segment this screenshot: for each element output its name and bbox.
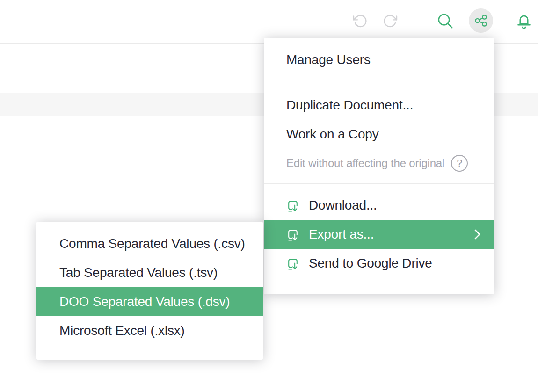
notifications-button[interactable] bbox=[515, 12, 533, 30]
menu-item-label: Send to Google Drive bbox=[309, 256, 432, 271]
submenu-item-label: Comma Separated Values (.csv) bbox=[59, 236, 245, 251]
undo-button[interactable] bbox=[353, 14, 368, 29]
menu-item-label: Duplicate Document... bbox=[286, 98, 413, 113]
export-submenu: Comma Separated Values (.csv) Tab Separa… bbox=[36, 222, 263, 360]
app-window: Manage Users Duplicate Document... Work … bbox=[0, 0, 538, 392]
submenu-item-label: DOO Separated Values (.dsv) bbox=[59, 294, 230, 309]
download-icon bbox=[286, 228, 300, 241]
submenu-item-xlsx[interactable]: Microsoft Excel (.xlsx) bbox=[36, 316, 263, 345]
menu-item-label: Edit without affecting the original bbox=[286, 157, 444, 170]
submenu-item-tsv[interactable]: Tab Separated Values (.tsv) bbox=[36, 258, 263, 287]
search-icon bbox=[436, 12, 454, 30]
menu-item-send-to-google-drive[interactable]: Send to Google Drive bbox=[264, 249, 494, 278]
submenu-item-dsv[interactable]: DOO Separated Values (.dsv) bbox=[36, 287, 263, 316]
share-menu: Manage Users Duplicate Document... Work … bbox=[264, 38, 494, 294]
menu-item-label: Manage Users bbox=[286, 52, 371, 67]
menu-item-manage-users[interactable]: Manage Users bbox=[264, 45, 494, 74]
chevron-right-icon bbox=[474, 229, 480, 240]
submenu-item-label: Tab Separated Values (.tsv) bbox=[59, 265, 218, 280]
menu-item-edit-without-affecting-original: Edit without affecting the original ? bbox=[264, 149, 494, 178]
submenu-item-label: Microsoft Excel (.xlsx) bbox=[59, 323, 185, 338]
submenu-item-csv[interactable]: Comma Separated Values (.csv) bbox=[36, 229, 263, 258]
share-icon bbox=[473, 13, 488, 28]
menu-item-label: Download... bbox=[309, 198, 377, 213]
redo-button[interactable] bbox=[383, 14, 398, 29]
share-button[interactable] bbox=[469, 8, 493, 33]
download-icon bbox=[286, 199, 300, 212]
menu-item-duplicate-document[interactable]: Duplicate Document... bbox=[264, 91, 494, 120]
search-button[interactable] bbox=[436, 12, 454, 30]
menu-item-label: Export as... bbox=[309, 227, 374, 242]
undo-icon bbox=[353, 14, 368, 29]
menu-item-work-on-a-copy[interactable]: Work on a Copy bbox=[264, 120, 494, 149]
help-icon[interactable]: ? bbox=[451, 155, 468, 172]
redo-icon bbox=[383, 14, 398, 29]
menu-item-label: Work on a Copy bbox=[286, 127, 378, 142]
menu-item-export-as[interactable]: Export as... bbox=[264, 220, 494, 249]
bell-icon bbox=[515, 12, 533, 30]
menu-item-download[interactable]: Download... bbox=[264, 191, 494, 220]
download-icon bbox=[286, 257, 300, 270]
help-symbol: ? bbox=[457, 157, 462, 169]
